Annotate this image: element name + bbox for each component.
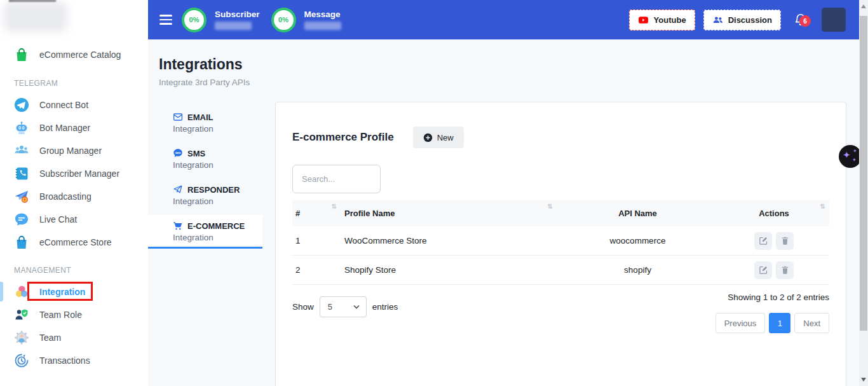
tab-ecommerce-integration[interactable]: E-COMMERCE Integration — [148, 215, 262, 249]
table-row: 1 WooCommerce Store woocommerce — [292, 226, 829, 256]
card-title: E-commerce Profile — [292, 131, 394, 144]
sidebar-item-label: Team — [39, 333, 61, 343]
row-api-name: woocommerce — [557, 236, 719, 245]
sort-icon: ⇅ — [548, 203, 553, 210]
subscriber-progress-circle: 0% — [182, 8, 207, 32]
logo-area — [0, 0, 148, 43]
sidebar-item-group-manager[interactable]: Group Manager — [0, 139, 148, 162]
edit-button[interactable] — [754, 261, 772, 279]
previous-page-button[interactable]: Previous — [715, 313, 766, 333]
row-profile-name: WooCommerce Store — [341, 236, 557, 245]
sidebar-item-team[interactable]: Team — [0, 326, 148, 349]
new-button-label: New — [437, 133, 454, 142]
sparkle-icon: ✦ — [843, 150, 851, 160]
app-window: eCommerce Catalog TELEGRAM Connect Bot B… — [0, 0, 868, 386]
tab-responder-integration[interactable]: RESPONDER Integration — [148, 179, 262, 212]
sidebar-item-broadcasting[interactable]: Broadcasting — [0, 185, 148, 208]
sidebar-item-integration[interactable]: Integration — [0, 280, 148, 303]
edit-pencil-icon — [759, 236, 768, 245]
column-header-profile-name[interactable]: Profile Name ⇅ — [341, 200, 557, 226]
sidebar-item-ecommerce-catalog[interactable]: eCommerce Catalog — [0, 43, 148, 66]
subscriber-count-blurred — [215, 22, 252, 30]
row-api-name: shopify — [557, 265, 719, 275]
svg-text:SMS: SMS — [175, 151, 181, 155]
chat-bubble-icon — [14, 212, 29, 227]
page-size-select[interactable]: 5 — [320, 296, 367, 317]
tab-email-integration[interactable]: EMAIL Integration — [148, 106, 262, 140]
clock-history-icon — [14, 353, 29, 368]
active-indicator-bar — [0, 282, 3, 301]
next-page-button[interactable]: Next — [794, 313, 829, 333]
subscriber-stat: 0% Subscriber — [182, 8, 260, 32]
notifications-button[interactable]: 6 — [794, 13, 808, 27]
gear-person-icon — [14, 330, 29, 345]
edit-pencil-icon — [759, 265, 768, 275]
subnav-subtitle: Integration — [159, 233, 262, 242]
plus-circle-icon — [423, 133, 433, 142]
sidebar-item-label: Group Manager — [39, 146, 102, 156]
page-subtitle: Integrate 3rd Party APIs — [159, 78, 250, 87]
subnav-title-label: E-COMMERCE — [187, 221, 245, 231]
sidebar-item-label: Team Role — [39, 310, 82, 320]
sidebar-item-label: Connect Bot — [39, 100, 88, 110]
avatar[interactable] — [822, 8, 846, 32]
column-header-num[interactable]: # ⇅ — [292, 200, 341, 226]
discussion-button[interactable]: Discussion — [703, 10, 781, 31]
robot-icon — [14, 120, 29, 135]
envelope-icon — [173, 112, 183, 122]
discussion-button-label: Discussion — [728, 15, 772, 25]
youtube-button-label: Youtube — [654, 15, 686, 25]
scrollbar-thumb[interactable] — [860, 16, 867, 331]
edit-button[interactable] — [754, 232, 772, 250]
delete-button[interactable] — [776, 261, 794, 279]
page-size-value: 5 — [328, 302, 332, 312]
delete-button[interactable] — [776, 232, 794, 250]
hamburger-menu-icon[interactable] — [159, 15, 172, 24]
megaphone-plane-icon — [14, 189, 29, 204]
sort-icon: ⇅ — [332, 203, 337, 210]
profiles-table: # ⇅ Profile Name ⇅ API Name Actions ⇅ — [292, 200, 829, 285]
telegram-plane-icon — [14, 97, 29, 113]
sidebar-item-team-role[interactable]: Team Role — [0, 303, 148, 326]
paper-plane-icon — [173, 184, 183, 195]
ecommerce-profile-card: E-commerce Profile New # ⇅ Profi — [275, 102, 846, 386]
annotation-red-box — [27, 282, 93, 301]
sidebar-item-connect-bot[interactable]: Connect Bot — [0, 93, 148, 116]
table-footer: Show 5 entries Showing 1 to 2 of 2 entri… — [292, 287, 829, 333]
column-header-api-name[interactable]: API Name — [557, 200, 719, 226]
sidebar-item-label: eCommerce Store — [39, 237, 112, 247]
column-header-actions[interactable]: Actions ⇅ — [719, 200, 829, 226]
trash-icon — [780, 236, 790, 245]
new-profile-button[interactable]: New — [413, 127, 464, 148]
shopping-bag-green-icon — [14, 47, 29, 62]
sort-icon: ⇅ — [820, 203, 825, 210]
sidebar-item-ecommerce-store[interactable]: eCommerce Store — [0, 231, 148, 254]
subnav-title-label: SMS — [187, 149, 205, 158]
tab-sms-integration[interactable]: SMS SMS Integration — [148, 142, 262, 176]
sidebar-item-bot-manager[interactable]: Bot Manager — [0, 116, 148, 139]
sidebar-item-subscriber-manager[interactable]: Subscriber Manager — [0, 162, 148, 185]
ai-assistant-fab[interactable]: ✦ ✦ ✦ — [839, 145, 862, 168]
row-num: 2 — [292, 265, 341, 275]
scroll-down-arrow[interactable] — [859, 375, 868, 385]
sidebar-item-label: Transactions — [39, 355, 90, 366]
shopping-bag-blue-icon — [14, 235, 29, 250]
sparkle-icon: ✦ — [853, 149, 857, 154]
youtube-icon — [638, 15, 649, 25]
youtube-button[interactable]: Youtube — [629, 10, 695, 31]
notification-count-badge: 6 — [799, 15, 811, 27]
subscriber-stat-label: Subscriber — [215, 10, 260, 19]
scroll-up-arrow[interactable] — [859, 1, 868, 11]
sidebar-item-transactions[interactable]: Transactions — [0, 349, 148, 372]
cart-icon — [173, 221, 183, 231]
message-stat-label: Message — [304, 10, 341, 19]
current-page-button[interactable]: 1 — [769, 313, 790, 333]
subnav-subtitle: Integration — [159, 160, 262, 170]
search-input[interactable] — [292, 165, 381, 193]
show-label: Show — [292, 302, 314, 312]
avatar-blurred-image — [822, 8, 846, 32]
sidebar-item-live-chat[interactable]: Live Chat — [0, 208, 148, 231]
row-num: 1 — [292, 236, 341, 245]
sparkle-icon: ✦ — [852, 158, 857, 163]
message-progress-circle: 0% — [271, 8, 296, 32]
